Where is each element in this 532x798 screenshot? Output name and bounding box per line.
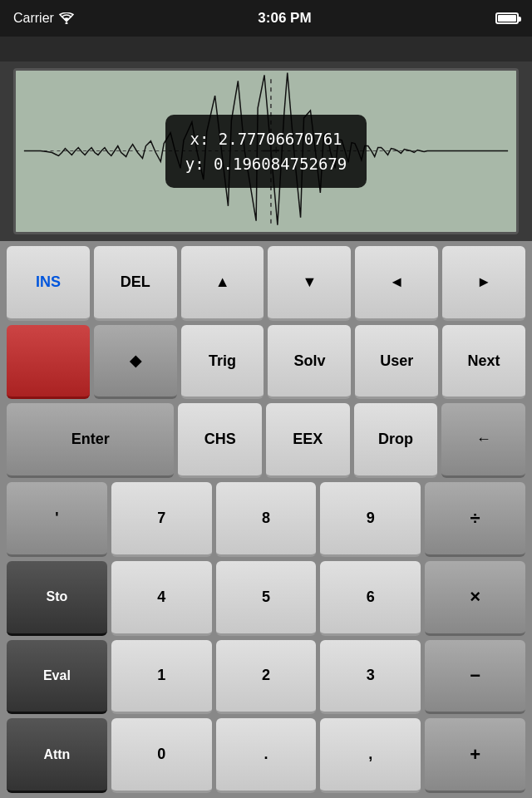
down-arrow-button[interactable]: ▼ bbox=[268, 246, 351, 321]
carrier-label: Carrier bbox=[13, 11, 54, 26]
decimal-button[interactable]: . bbox=[216, 718, 317, 793]
status-left: Carrier bbox=[13, 11, 74, 26]
eex-button[interactable]: EEX bbox=[266, 403, 350, 478]
waveform-display: + bbox=[16, 71, 516, 232]
attn-button[interactable]: Attn bbox=[7, 718, 107, 793]
key-row-7: Attn 0 . , + bbox=[7, 718, 525, 793]
svg-point-0 bbox=[65, 22, 67, 25]
subtract-button[interactable]: − bbox=[425, 640, 525, 715]
key-6[interactable]: 6 bbox=[320, 561, 421, 636]
quote-button[interactable]: ' bbox=[7, 482, 107, 557]
left-arrow-button[interactable]: ◄ bbox=[355, 246, 438, 321]
enter-button[interactable]: Enter bbox=[7, 403, 174, 478]
solv-button[interactable]: Solv bbox=[268, 325, 351, 400]
trig-button[interactable]: Trig bbox=[181, 325, 264, 400]
key-7[interactable]: 7 bbox=[111, 482, 212, 557]
key-3[interactable]: 3 bbox=[320, 640, 421, 715]
key-5[interactable]: 5 bbox=[216, 561, 317, 636]
wifi-icon bbox=[59, 12, 74, 24]
key-0[interactable]: 0 bbox=[111, 718, 212, 793]
key-row-4: ' 7 8 9 ÷ bbox=[7, 482, 525, 557]
key-row-2: ◆ Trig Solv User Next bbox=[7, 325, 525, 400]
key-4[interactable]: 4 bbox=[111, 561, 212, 636]
key-8[interactable]: 8 bbox=[216, 482, 317, 557]
user-button[interactable]: User bbox=[355, 325, 438, 400]
calculator-body: + x: 2.77706670761 y: 0.196084752679 INS… bbox=[0, 37, 532, 798]
add-button[interactable]: + bbox=[425, 718, 525, 793]
backspace-button[interactable]: ← bbox=[441, 403, 525, 478]
del-button[interactable]: DEL bbox=[94, 246, 177, 321]
up-arrow-button[interactable]: ▲ bbox=[181, 246, 264, 321]
status-bar: Carrier 3:06 PM bbox=[0, 0, 532, 37]
keyboard: INS DEL ▲ ▼ ◄ ► ◆ Trig Solv User Next En… bbox=[0, 241, 532, 798]
diamond-button[interactable]: ◆ bbox=[94, 325, 177, 400]
key-row-6: Eval 1 2 3 − bbox=[7, 640, 525, 715]
sto-button[interactable]: Sto bbox=[7, 561, 107, 636]
top-panel bbox=[0, 37, 532, 62]
right-arrow-button[interactable]: ► bbox=[442, 246, 525, 321]
status-right bbox=[495, 12, 519, 24]
key-2[interactable]: 2 bbox=[216, 640, 317, 715]
key-1[interactable]: 1 bbox=[111, 640, 212, 715]
key-row-3: Enter CHS EEX Drop ← bbox=[7, 403, 525, 478]
eval-button[interactable]: Eval bbox=[7, 640, 107, 715]
battery-icon bbox=[495, 12, 519, 24]
key-row-5: Sto 4 5 6 × bbox=[7, 561, 525, 636]
key-9[interactable]: 9 bbox=[320, 482, 421, 557]
divide-button[interactable]: ÷ bbox=[425, 482, 525, 557]
drop-button[interactable]: Drop bbox=[354, 403, 438, 478]
comma-button[interactable]: , bbox=[320, 718, 421, 793]
chs-button[interactable]: CHS bbox=[178, 403, 262, 478]
key-row-1: INS DEL ▲ ▼ ◄ ► bbox=[7, 246, 525, 321]
red-button[interactable] bbox=[7, 325, 90, 400]
multiply-button[interactable]: × bbox=[425, 561, 525, 636]
ins-button[interactable]: INS bbox=[7, 246, 90, 321]
next-button[interactable]: Next bbox=[442, 325, 525, 400]
svg-text:+: + bbox=[273, 143, 279, 156]
display-area: + x: 2.77706670761 y: 0.196084752679 bbox=[13, 68, 519, 234]
time-display: 3:06 PM bbox=[258, 10, 311, 27]
